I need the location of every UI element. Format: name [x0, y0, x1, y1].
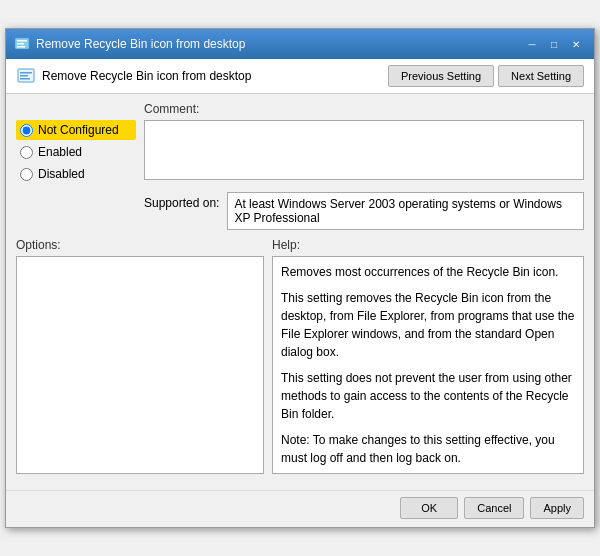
supported-value: At least Windows Server 2003 operating s… [227, 192, 584, 230]
svg-rect-6 [20, 75, 28, 77]
ok-button[interactable]: OK [400, 497, 458, 519]
help-para-4: Note: To make changes to this setting ef… [281, 431, 575, 467]
supported-label: Supported on: [144, 192, 219, 210]
next-setting-button[interactable]: Next Setting [498, 65, 584, 87]
help-label: Help: [272, 238, 584, 252]
main-dialog: Remove Recycle Bin icon from desktop ─ □… [5, 28, 595, 528]
maximize-button[interactable]: □ [544, 35, 564, 53]
radio-enabled-label[interactable]: Enabled [38, 145, 82, 159]
minimize-button[interactable]: ─ [522, 35, 542, 53]
options-label: Options: [16, 238, 264, 252]
comment-label: Comment: [144, 102, 584, 116]
header-buttons: Previous Setting Next Setting [388, 65, 584, 87]
radio-not-configured-label[interactable]: Not Configured [38, 123, 119, 137]
svg-rect-3 [17, 46, 25, 48]
close-button[interactable]: ✕ [566, 35, 586, 53]
help-para-2: This setting removes the Recycle Bin ico… [281, 289, 575, 361]
title-bar: Remove Recycle Bin icon from desktop ─ □… [6, 29, 594, 59]
content-area: Not Configured Enabled Disabled Comment:… [6, 94, 594, 490]
previous-setting-button[interactable]: Previous Setting [388, 65, 494, 87]
help-para-1: Removes most occurrences of the Recycle … [281, 263, 575, 281]
header-title-text: Remove Recycle Bin icon from desktop [42, 69, 251, 83]
comment-section: Comment: [144, 102, 584, 184]
help-box: Removes most occurrences of the Recycle … [272, 256, 584, 474]
radio-group: Not Configured Enabled Disabled [16, 102, 136, 184]
footer: OK Cancel Apply [6, 490, 594, 527]
title-bar-controls: ─ □ ✕ [522, 35, 586, 53]
supported-section: Supported on: At least Windows Server 20… [144, 192, 584, 230]
radio-disabled[interactable]: Disabled [16, 164, 136, 184]
radio-enabled[interactable]: Enabled [16, 142, 136, 162]
comment-textarea[interactable] [144, 120, 584, 180]
header-bar: Remove Recycle Bin icon from desktop Pre… [6, 59, 594, 94]
svg-rect-5 [20, 72, 32, 74]
svg-rect-1 [17, 40, 27, 42]
title-bar-text: Remove Recycle Bin icon from desktop [36, 37, 245, 51]
dialog-icon [14, 36, 30, 52]
radio-not-configured[interactable]: Not Configured [16, 120, 136, 140]
help-panel: Help: Removes most occurrences of the Re… [272, 238, 584, 474]
options-box [16, 256, 264, 474]
title-bar-left: Remove Recycle Bin icon from desktop [14, 36, 245, 52]
top-section: Not Configured Enabled Disabled Comment: [16, 102, 584, 184]
apply-button[interactable]: Apply [530, 497, 584, 519]
svg-rect-7 [20, 78, 30, 80]
options-panel: Options: [16, 238, 264, 474]
radio-disabled-label[interactable]: Disabled [38, 167, 85, 181]
svg-rect-2 [17, 43, 24, 45]
cancel-button[interactable]: Cancel [464, 497, 524, 519]
bottom-section: Options: Help: Removes most occurrences … [16, 238, 584, 474]
header-title: Remove Recycle Bin icon from desktop [16, 66, 251, 86]
header-icon [16, 66, 36, 86]
help-para-3: This setting does not prevent the user f… [281, 369, 575, 423]
